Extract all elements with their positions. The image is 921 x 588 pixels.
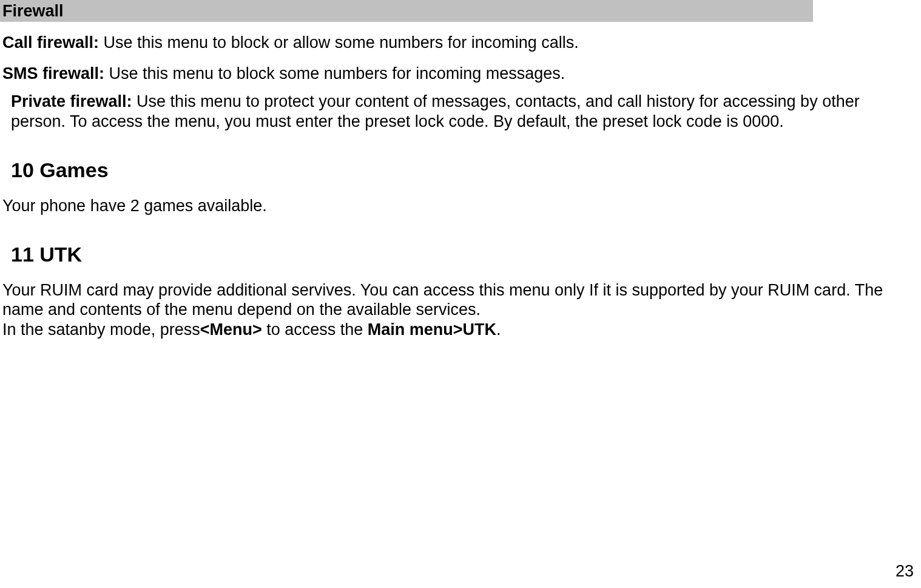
paragraph-private-firewall: Private firewall: Use this menu to prote…	[0, 92, 921, 131]
sms-firewall-label: SMS firewall:	[2, 64, 104, 83]
utk-text2-bold1: <Menu>	[200, 320, 262, 339]
utk-text2-suffix: .	[496, 320, 501, 339]
sms-firewall-text: Use this menu to block some numbers for …	[104, 64, 565, 83]
paragraph-utk-2: In the satanby mode, press<Menu> to acce…	[0, 320, 921, 339]
call-firewall-text: Use this menu to block or allow some num…	[99, 33, 579, 52]
utk-heading-text: 11 UTK	[11, 243, 82, 266]
paragraph-utk-1: Your RUIM card may provide additional se…	[0, 280, 921, 320]
utk-text-1: Your RUIM card may provide additional se…	[2, 281, 883, 319]
private-firewall-label: Private firewall:	[11, 92, 132, 110]
paragraph-call-firewall: Call firewall: Use this menu to block or…	[0, 33, 921, 52]
utk-text2-bold2: Main menu>UTK	[368, 320, 496, 339]
chapter-heading-utk: 11 UTK	[0, 242, 921, 267]
games-heading-text: 10 Games	[11, 158, 109, 181]
utk-text2-mid: to access the	[262, 320, 368, 339]
call-firewall-label: Call firewall:	[2, 33, 99, 52]
chapter-heading-games: 10 Games	[0, 158, 921, 183]
paragraph-games: Your phone have 2 games available.	[0, 196, 921, 215]
paragraph-sms-firewall: SMS firewall: Use this menu to block som…	[0, 64, 921, 83]
page-number-text: 23	[896, 562, 914, 580]
section-header-firewall: Firewall	[0, 0, 813, 22]
page-number: 23	[896, 561, 914, 581]
section-header-text: Firewall	[2, 2, 64, 20]
utk-text2-prefix: In the satanby mode, press	[2, 320, 200, 339]
games-text: Your phone have 2 games available.	[2, 197, 267, 215]
private-firewall-text: Use this menu to protect your content of…	[11, 92, 860, 130]
